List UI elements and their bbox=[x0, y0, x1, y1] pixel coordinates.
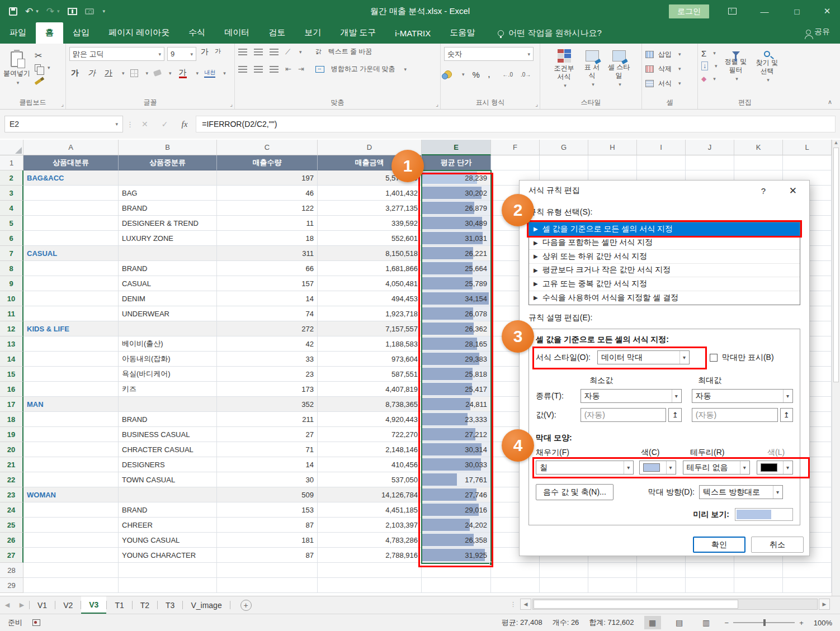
cell-a-7[interactable]: CASUAL bbox=[23, 246, 119, 261]
zoom-thumb[interactable] bbox=[763, 619, 766, 626]
font-name-select[interactable]: 맑은 고딕▾ bbox=[69, 47, 164, 61]
cell-d-24[interactable]: 4,451,185 bbox=[318, 502, 422, 518]
hscroll-left-icon[interactable]: ◀ bbox=[520, 599, 531, 610]
cell-b-6[interactable]: LUXURY ZONE bbox=[119, 231, 217, 246]
row-header-20[interactable]: 20 bbox=[0, 442, 23, 457]
ribbon-tab-개발 도구[interactable]: 개발 도구 bbox=[331, 22, 385, 44]
save-icon[interactable] bbox=[9, 7, 17, 16]
empty-cell[interactable] bbox=[588, 578, 637, 593]
row-header-27[interactable]: 27 bbox=[0, 548, 23, 563]
cell-d-6[interactable]: 552,601 bbox=[318, 231, 422, 246]
cell-b-3[interactable]: BAG bbox=[119, 186, 217, 201]
cell-c-11[interactable]: 74 bbox=[217, 306, 318, 321]
cell-a-3[interactable] bbox=[23, 186, 119, 201]
borders-icon[interactable] bbox=[130, 69, 138, 77]
row-header-23[interactable]: 23 bbox=[0, 487, 23, 502]
sheet-tab-V2[interactable]: V2 bbox=[55, 596, 81, 614]
borders-dropdown-icon[interactable]: ▾ bbox=[146, 70, 149, 76]
accounting-dropdown-icon[interactable]: ▾ bbox=[462, 72, 465, 77]
ribbon-display-options-button[interactable] bbox=[719, 0, 745, 22]
clipboard-dialog-launcher-icon[interactable]: ⌟ bbox=[61, 101, 64, 107]
sheet-tab-T2[interactable]: T2 bbox=[133, 596, 157, 614]
merge-dropdown-icon[interactable]: ▾ bbox=[404, 67, 407, 72]
fill-dropdown-icon[interactable]: ▾ bbox=[715, 63, 718, 69]
copy-dropdown-icon[interactable]: ▾ bbox=[48, 65, 50, 70]
tabbar-resize-handle[interactable]: ⋮ bbox=[510, 601, 516, 608]
cell-e-5[interactable]: 30,489 bbox=[422, 216, 491, 231]
row-header-21[interactable]: 21 bbox=[0, 457, 23, 472]
dialog-help-icon[interactable]: ? bbox=[761, 186, 766, 196]
rule-type-item[interactable]: ▶셀 값을 기준으로 모든 셀의 서식 지정 bbox=[529, 222, 800, 236]
shrink-font-icon[interactable]: 가 bbox=[213, 47, 223, 61]
empty-cell[interactable] bbox=[686, 563, 734, 578]
cut-icon[interactable]: ✂ bbox=[35, 50, 42, 61]
ribbon-tab-데이터[interactable]: 데이터 bbox=[215, 22, 259, 44]
cell-d-14[interactable]: 973,604 bbox=[318, 352, 422, 367]
rule-type-item[interactable]: ▶다음을 포함하는 셀만 서식 지정 bbox=[529, 236, 800, 250]
cell-e-18[interactable]: 23,333 bbox=[422, 412, 491, 427]
phonetic-icon[interactable]: 내천 bbox=[204, 69, 215, 78]
row-header-15[interactable]: 15 bbox=[0, 367, 23, 382]
comma-style-icon[interactable]: , bbox=[488, 69, 490, 80]
increase-indent-icon[interactable]: ⇥ bbox=[298, 65, 304, 73]
cell-d-3[interactable]: 1,401,432 bbox=[318, 186, 422, 201]
cell-a-26[interactable] bbox=[23, 533, 119, 548]
row-header-25[interactable]: 25 bbox=[0, 518, 23, 533]
column-header-J[interactable]: J bbox=[686, 140, 734, 155]
cell-e-12[interactable]: 26,362 bbox=[422, 321, 491, 336]
cell-a-16[interactable] bbox=[23, 382, 119, 397]
cell-a-11[interactable] bbox=[23, 306, 119, 321]
empty-cell[interactable] bbox=[734, 578, 783, 593]
cell-c-12[interactable]: 272 bbox=[217, 321, 318, 336]
zoom-track[interactable] bbox=[733, 622, 795, 623]
number-dialog-launcher-icon[interactable]: ⌟ bbox=[535, 101, 538, 107]
empty-cell[interactable] bbox=[491, 578, 540, 593]
cell-b-12[interactable] bbox=[119, 321, 217, 336]
zoom-level[interactable]: 100% bbox=[814, 619, 832, 627]
cell-b-5[interactable]: DESIGNEER & TREND bbox=[119, 216, 217, 231]
cell-e-9[interactable]: 25,789 bbox=[422, 276, 491, 291]
clear-dropdown-icon[interactable]: ▾ bbox=[713, 76, 716, 82]
ribbon-tab-보기[interactable]: 보기 bbox=[295, 22, 331, 44]
rule-type-item[interactable]: ▶수식을 사용하여 서식을 지정할 셀 결정 bbox=[529, 291, 800, 305]
type-max-select[interactable]: 자동▾ bbox=[692, 389, 793, 403]
increase-decimal-icon[interactable]: ←.0 bbox=[503, 72, 513, 78]
cell-a-15[interactable] bbox=[23, 367, 119, 382]
cell-d-5[interactable]: 339,592 bbox=[318, 216, 422, 231]
row-header-29[interactable]: 29 bbox=[0, 578, 23, 593]
empty-cell[interactable] bbox=[686, 155, 734, 170]
cell-a-4[interactable] bbox=[23, 201, 119, 216]
cell-a-21[interactable] bbox=[23, 457, 119, 472]
column-header-G[interactable]: G bbox=[540, 140, 588, 155]
sort-filter-button[interactable]: 정렬 및 필터 ▾ bbox=[722, 47, 750, 84]
cell-c-13[interactable]: 42 bbox=[217, 336, 318, 352]
cell-b-2[interactable] bbox=[119, 170, 217, 186]
empty-cell[interactable] bbox=[540, 578, 588, 593]
cell-a-19[interactable] bbox=[23, 427, 119, 442]
sheet-tab-V_image[interactable]: V_image bbox=[183, 596, 229, 614]
wrap-text-label[interactable]: 텍스트 줄 바꿈 bbox=[328, 47, 372, 56]
cell-e-19[interactable]: 27,212 bbox=[422, 427, 491, 442]
hscroll-right-icon[interactable]: ▶ bbox=[819, 599, 830, 610]
cell-e-8[interactable]: 25,664 bbox=[422, 261, 491, 276]
undo-icon[interactable]: ↶ bbox=[25, 7, 33, 16]
underline-dropdown-icon[interactable]: ▾ bbox=[122, 70, 125, 76]
fill-icon[interactable]: ↓ bbox=[701, 61, 708, 70]
merge-center-label[interactable]: 병합하고 가운데 맞춤 bbox=[331, 64, 395, 74]
empty-cell[interactable] bbox=[217, 563, 318, 578]
row-header-6[interactable]: 6 bbox=[0, 231, 23, 246]
border-color-select[interactable]: ▾ bbox=[757, 461, 793, 475]
insert-cells-label[interactable]: 삽입 bbox=[658, 50, 672, 59]
cell-e-15[interactable]: 25,818 bbox=[422, 367, 491, 382]
cell-d-23[interactable]: 14,126,784 bbox=[318, 487, 422, 502]
row-header-3[interactable]: 3 bbox=[0, 186, 23, 201]
empty-cell[interactable] bbox=[686, 578, 734, 593]
cell-e-14[interactable]: 29,383 bbox=[422, 352, 491, 367]
cell-e-13[interactable]: 28,165 bbox=[422, 336, 491, 352]
cell-c-27[interactable]: 87 bbox=[217, 548, 318, 563]
row-header-13[interactable]: 13 bbox=[0, 336, 23, 352]
cell-a-14[interactable] bbox=[23, 352, 119, 367]
autosum-dropdown-icon[interactable]: ▾ bbox=[713, 50, 716, 56]
horizontal-scrollbar[interactable]: ⋮ ◀ ▶ bbox=[510, 598, 830, 610]
empty-cell[interactable] bbox=[734, 155, 783, 170]
